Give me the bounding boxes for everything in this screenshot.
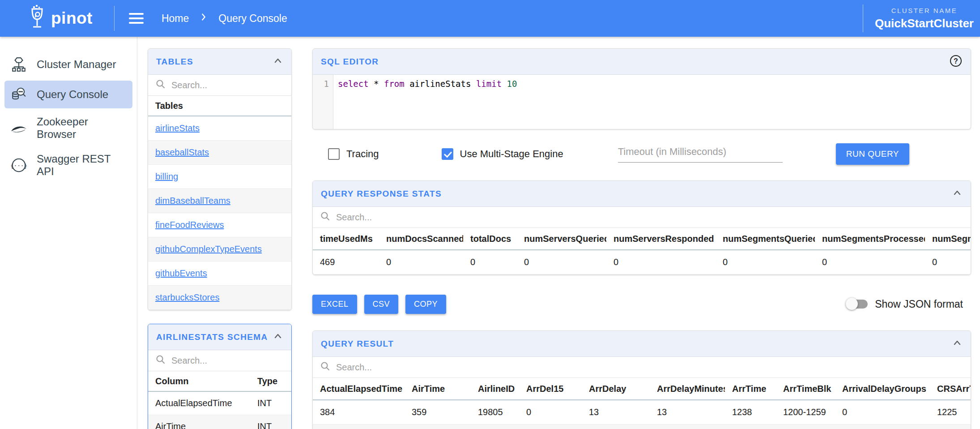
header-divider [114, 6, 115, 31]
stats-column-header: numDocsScanned [379, 228, 463, 250]
timeout-input[interactable] [618, 146, 783, 163]
multistage-engine-checkbox[interactable] [442, 148, 453, 160]
tables-search [148, 75, 291, 96]
sidebar-item-label: Zookeeper Browser [37, 116, 127, 141]
table-list-item: dimBaseballTeams [148, 189, 291, 213]
schema-panel-header[interactable]: AIRLINESTATS SCHEMA [148, 324, 291, 350]
result-column-header: ArrTime [725, 378, 776, 400]
cluster-icon [10, 56, 28, 73]
chevron-up-icon[interactable] [952, 338, 963, 350]
chevron-up-icon[interactable] [273, 56, 283, 68]
stats-search-input[interactable] [336, 212, 963, 223]
sql-token: 10 [507, 79, 517, 89]
schema-panel: AIRLINESTATS SCHEMA ColumnType ActualEla… [148, 324, 292, 429]
result-cell: 384 [313, 400, 405, 425]
search-icon [155, 354, 166, 367]
table-link[interactable]: dimBaseballTeams [155, 196, 230, 206]
run-query-button[interactable]: RUN QUERY [836, 143, 909, 165]
table-list-item: billing [148, 165, 291, 189]
sidebar-item-query-console[interactable]: Query Console [4, 81, 132, 108]
result-panel-title: QUERY RESULT [321, 339, 394, 349]
stats-column-header: numServersQueried [517, 228, 606, 250]
table-link[interactable]: githubEvents [155, 268, 207, 278]
result-cell: 0 [650, 425, 725, 429]
stats-table: timeUsedMsnumDocsScannedtotalDocsnumServ… [313, 228, 971, 275]
tables-column-header: Tables [148, 96, 291, 116]
tables-panel-header[interactable]: TABLES [148, 49, 291, 75]
result-cell: 1600-1659 [776, 425, 835, 429]
result-cell: 0 [519, 400, 582, 425]
breadcrumb: Home Query Console [162, 12, 287, 25]
sql-code-editor[interactable]: 1 select * from airlineStats limit 10 [313, 75, 971, 129]
table-link[interactable]: airlineStats [155, 123, 200, 133]
tracing-control: Tracing [328, 148, 379, 160]
sidebar-item-zookeeper-browser[interactable]: Zookeeper Browser [4, 111, 132, 146]
result-panel-header[interactable]: QUERY RESULT [313, 331, 971, 357]
sidebar-item-label: Query Console [37, 88, 108, 101]
chevron-up-icon[interactable] [273, 331, 283, 343]
result-column-header: ArrDel15 [519, 378, 582, 400]
help-icon[interactable]: ? [949, 54, 963, 69]
schema-column-header: Column [148, 371, 250, 391]
result-column-header: AirlineID [471, 378, 519, 400]
result-column-header: ArrTimeBlk [776, 378, 835, 400]
chevron-right-icon [199, 12, 209, 25]
result-cell: 1548 [725, 425, 776, 429]
search-icon [320, 211, 331, 223]
result-cell: 359 [405, 400, 471, 425]
result-cell: 19805 [471, 400, 519, 425]
schema-search-input[interactable] [171, 356, 284, 366]
sidebar-item-cluster-manager[interactable]: Cluster Manager [4, 51, 132, 78]
query-controls: Tracing Use Multi-Stage Engine RUN QUERY [312, 144, 971, 164]
table-link[interactable]: fineFoodReviews [155, 220, 224, 230]
sql-editor-header: SQL EDITOR ? [313, 49, 971, 75]
table-link[interactable]: billing [155, 172, 178, 181]
result-column-header: ActualElapsedTime [313, 378, 405, 400]
export-buttons: EXCELCSVCOPY [312, 295, 453, 314]
result-search-input[interactable] [336, 362, 963, 373]
sql-query-text: select * from airlineStats limit 10 [333, 75, 517, 129]
result-row: 384359198050131312381200-125901225 [313, 400, 971, 425]
chevron-up-icon[interactable] [952, 188, 963, 200]
table-link[interactable]: githubComplexTypeEvents [155, 244, 262, 254]
stats-panel-header[interactable]: QUERY RESPONSE STATS [313, 181, 971, 207]
query-console-icon [10, 86, 28, 103]
result-cell: 0 [835, 425, 930, 429]
stats-column-header: numServersResponded [606, 228, 716, 250]
stats-column-header: timeUsedMs [313, 228, 379, 250]
export-copy-button[interactable]: COPY [405, 295, 446, 314]
table-list-item: fineFoodReviews [148, 213, 291, 237]
top-header: pinot Home Query Console CLUSTER NAME Qu… [0, 0, 980, 37]
sidebar: Cluster ManagerQuery ConsoleZookeeper Br… [0, 37, 137, 429]
cluster-name-value: QuickStartCluster [875, 17, 974, 30]
result-cell: 1625 [930, 425, 971, 429]
sidebar-item-swagger-rest-api[interactable]: {···}Swagger REST API [4, 148, 132, 183]
table-link[interactable]: baseballStats [155, 147, 209, 157]
schema-cell: INT [250, 415, 291, 429]
json-format-control: Show JSON format [847, 298, 963, 310]
tracing-checkbox[interactable] [328, 148, 340, 160]
schema-cell: AirTime [148, 415, 250, 429]
stats-column-header: numSegmentsProcessed [815, 228, 925, 250]
stats-panel-title: QUERY RESPONSE STATS [321, 189, 442, 199]
export-csv-button[interactable]: CSV [364, 295, 399, 314]
result-column-header: ArrDelayMinutes [650, 378, 725, 400]
result-cell: 1225 [930, 400, 971, 425]
result-cell: 369 [313, 425, 405, 429]
breadcrumb-home-link[interactable]: Home [162, 13, 189, 25]
multistage-engine-label: Use Multi-Stage Engine [460, 148, 563, 160]
sidebar-item-label: Cluster Manager [37, 58, 116, 71]
show-json-toggle[interactable] [847, 300, 868, 309]
table-list-item: starbucksStores [148, 286, 291, 310]
pinot-logo[interactable]: pinot [27, 4, 93, 32]
menu-icon[interactable] [127, 11, 145, 26]
table-link[interactable]: starbucksStores [155, 292, 219, 302]
sql-token: limit [476, 79, 502, 89]
table-list-item: githubComplexTypeEvents [148, 237, 291, 262]
breadcrumb-current: Query Console [218, 13, 287, 25]
stats-search [313, 207, 971, 228]
result-cell: 1200-1259 [776, 400, 835, 425]
tables-search-input[interactable] [171, 80, 284, 90]
main-content: SQL EDITOR ? 1 select * from airlineStat… [312, 37, 971, 429]
export-excel-button[interactable]: EXCEL [312, 295, 357, 314]
